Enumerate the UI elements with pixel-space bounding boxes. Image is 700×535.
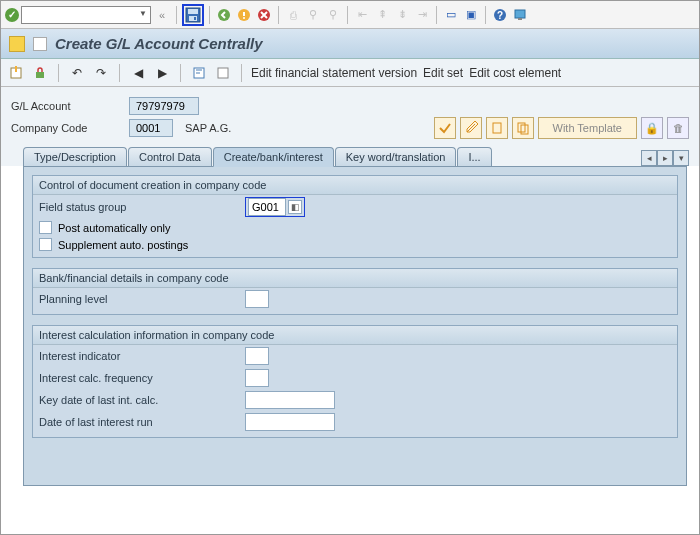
group-title: Bank/financial details in company code — [33, 269, 677, 288]
tab-scroll-right-icon[interactable]: ▸ — [657, 150, 673, 166]
find-icon[interactable]: ⚲ — [304, 6, 322, 24]
svg-rect-3 — [194, 17, 196, 20]
help-icon[interactable]: ? — [491, 6, 509, 24]
interest-freq-input[interactable] — [245, 369, 269, 387]
separator — [241, 64, 242, 82]
delete-icon[interactable]: 🗑 — [667, 117, 689, 139]
first-page-icon[interactable]: ⇤ — [353, 6, 371, 24]
separator — [176, 6, 177, 24]
group-document-control: Control of document creation in company … — [32, 175, 678, 258]
edit-cost-link[interactable]: Edit cost element — [469, 66, 561, 80]
app-icon — [9, 36, 25, 52]
separator — [436, 6, 437, 24]
separator — [180, 64, 181, 82]
separator — [209, 6, 210, 24]
field-status-selection: ◧ — [245, 197, 305, 217]
company-code-value[interactable]: 0001 — [129, 119, 173, 137]
header-buttons: With Template 🔒 🗑 — [434, 117, 690, 139]
edit-icon[interactable] — [460, 117, 482, 139]
tab-keyword-translation[interactable]: Key word/translation — [335, 147, 457, 166]
svg-rect-1 — [188, 9, 198, 14]
post-auto-label: Post automatically only — [58, 222, 171, 234]
edit-set-link[interactable]: Edit set — [423, 66, 463, 80]
redo-icon[interactable]: ↷ — [92, 64, 110, 82]
supplement-auto-checkbox[interactable] — [39, 238, 52, 251]
next-page-icon[interactable]: ⇟ — [393, 6, 411, 24]
header-area: G/L Account 79797979 Company Code 0001 S… — [1, 87, 699, 143]
settings-icon[interactable] — [214, 64, 232, 82]
tab-more[interactable]: I... — [457, 147, 491, 166]
tab-body: Control of document creation in company … — [23, 166, 687, 486]
lock-icon[interactable]: 🔒 — [641, 117, 663, 139]
tab-create-bank-interest[interactable]: Create/bank/interest — [213, 147, 334, 167]
prev-page-icon[interactable]: ⇞ — [373, 6, 391, 24]
field-status-label: Field status group — [39, 201, 239, 213]
separator — [58, 64, 59, 82]
svg-rect-10 — [515, 10, 525, 18]
copy-doc-icon[interactable] — [512, 117, 534, 139]
edit-fsv-link[interactable]: Edit financial statement version — [251, 66, 417, 80]
sap-window: ✓ « ⎙ ⚲ ⚲ ⇤ ⇞ ⇟ ⇥ ▭ — [0, 0, 700, 535]
group-title: Control of document creation in company … — [33, 176, 677, 195]
gl-account-value[interactable]: 79797979 — [129, 97, 199, 115]
app-toolbar: ↶ ↷ ◀ ▶ Edit financial statement version… — [1, 59, 699, 87]
undo-icon[interactable]: ↶ — [68, 64, 86, 82]
tab-type-description[interactable]: Type/Description — [23, 147, 127, 166]
new-session-icon[interactable]: ▭ — [442, 6, 460, 24]
tab-list-icon[interactable]: ▾ — [673, 150, 689, 166]
f4-help-icon[interactable]: ◧ — [288, 200, 302, 214]
filter-icon[interactable] — [190, 64, 208, 82]
keydate-input[interactable] — [245, 391, 335, 409]
last-page-icon[interactable]: ⇥ — [413, 6, 431, 24]
enter-icon[interactable]: ✓ — [5, 8, 19, 22]
group-title: Interest calculation information in comp… — [33, 326, 677, 345]
doc-icon — [33, 37, 47, 51]
new-doc-icon[interactable] — [486, 117, 508, 139]
group-interest-calc: Interest calculation information in comp… — [32, 325, 678, 438]
svg-rect-17 — [493, 123, 501, 133]
command-field[interactable] — [21, 6, 151, 24]
interest-indicator-input[interactable] — [245, 347, 269, 365]
tab-strip: Type/Description Control Data Create/ban… — [1, 143, 699, 166]
post-auto-checkbox[interactable] — [39, 221, 52, 234]
separator — [485, 6, 486, 24]
svg-rect-14 — [36, 72, 44, 78]
create-icon[interactable] — [7, 64, 25, 82]
lastrun-label: Date of last interest run — [39, 416, 239, 428]
with-template-button[interactable]: With Template — [538, 117, 638, 139]
lastrun-input[interactable] — [245, 413, 335, 431]
next-icon[interactable]: ▶ — [153, 64, 171, 82]
separator — [119, 64, 120, 82]
gl-account-label: G/L Account — [11, 100, 121, 112]
print-icon[interactable]: ⎙ — [284, 6, 302, 24]
interest-freq-label: Interest calc. frequency — [39, 372, 239, 384]
back-double-icon[interactable]: « — [153, 6, 171, 24]
system-toolbar: ✓ « ⎙ ⚲ ⚲ ⇤ ⇞ ⇟ ⇥ ▭ — [1, 1, 699, 29]
svg-point-6 — [243, 17, 245, 19]
tab-control-data[interactable]: Control Data — [128, 147, 212, 166]
prev-icon[interactable]: ◀ — [129, 64, 147, 82]
back-icon[interactable] — [215, 6, 233, 24]
tab-nav: ◂ ▸ ▾ — [641, 150, 689, 166]
company-code-text: SAP A.G. — [185, 122, 231, 134]
svg-text:?: ? — [497, 10, 503, 21]
planning-level-label: Planning level — [39, 293, 239, 305]
keydate-label: Key date of last int. calc. — [39, 394, 239, 406]
field-status-input[interactable] — [248, 198, 286, 216]
planning-level-input[interactable] — [245, 290, 269, 308]
layout-icon[interactable] — [511, 6, 529, 24]
check-icon[interactable] — [434, 117, 456, 139]
separator — [278, 6, 279, 24]
svg-rect-16 — [218, 68, 228, 78]
cancel-icon[interactable] — [255, 6, 273, 24]
supplement-auto-label: Supplement auto. postings — [58, 239, 188, 251]
page-title: Create G/L Account Centrally — [55, 35, 263, 52]
find-next-icon[interactable]: ⚲ — [324, 6, 342, 24]
lock-toggle-icon[interactable] — [31, 64, 49, 82]
tab-scroll-left-icon[interactable]: ◂ — [641, 150, 657, 166]
save-button[interactable] — [182, 4, 204, 26]
svg-point-4 — [218, 9, 230, 21]
exit-icon[interactable] — [235, 6, 253, 24]
shortcut-icon[interactable]: ▣ — [462, 6, 480, 24]
title-bar: Create G/L Account Centrally — [1, 29, 699, 59]
